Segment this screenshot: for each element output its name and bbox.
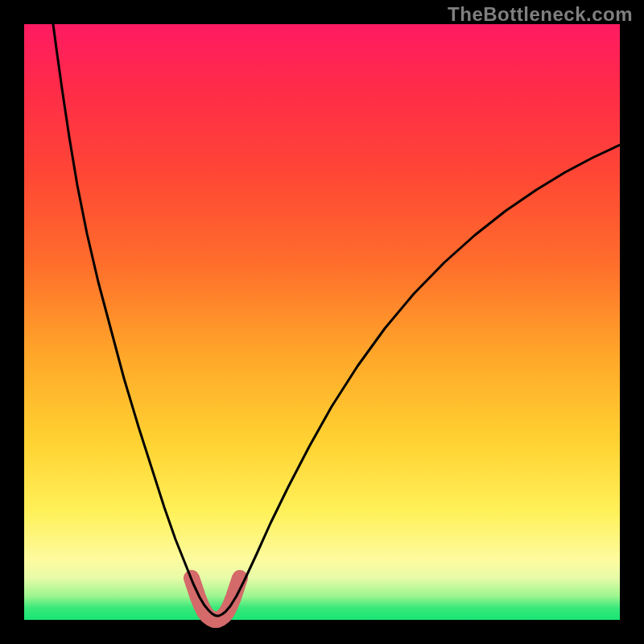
watermark-text: TheBottleneck.com	[448, 3, 633, 26]
black-curve	[53, 24, 620, 616]
outer-frame: TheBottleneck.com	[0, 0, 644, 644]
plot-area	[24, 24, 620, 620]
curve-layer	[24, 24, 620, 620]
red-u-marker	[192, 578, 240, 620]
